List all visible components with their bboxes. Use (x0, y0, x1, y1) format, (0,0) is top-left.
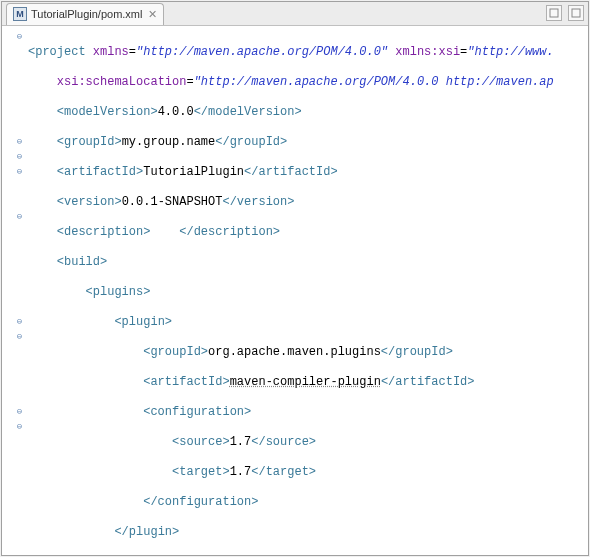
tab-bar: M TutorialPlugin/pom.xml ✕ (2, 2, 588, 26)
fold-icon[interactable]: ⊖ (15, 168, 24, 177)
tab-bar-controls (546, 5, 584, 21)
fold-icon[interactable]: ⊖ (15, 33, 24, 42)
fold-icon[interactable]: ⊖ (15, 333, 24, 342)
minimize-button[interactable] (546, 5, 562, 21)
fold-icon[interactable]: ⊖ (15, 318, 24, 327)
tab-label: TutorialPlugin/pom.xml (31, 8, 142, 20)
close-icon[interactable]: ✕ (148, 8, 157, 21)
gutter: ⊖ ⊖ ⊖ ⊖ ⊖ ⊖ ⊖ ⊖ ⊖ (2, 26, 28, 555)
code-area[interactable]: ⊖ ⊖ ⊖ ⊖ ⊖ ⊖ ⊖ ⊖ ⊖ (2, 26, 588, 555)
editor-tab[interactable]: M TutorialPlugin/pom.xml ✕ (6, 3, 164, 25)
svg-rect-0 (550, 9, 558, 17)
fold-icon[interactable]: ⊖ (15, 423, 24, 432)
maximize-button[interactable] (568, 5, 584, 21)
editor-pane: M TutorialPlugin/pom.xml ✕ ⊖ ⊖ ⊖ ⊖ (1, 1, 589, 556)
fold-icon[interactable]: ⊖ (15, 153, 24, 162)
fold-icon[interactable]: ⊖ (15, 213, 24, 222)
fold-icon[interactable]: ⊖ (15, 408, 24, 417)
fold-icon[interactable]: ⊖ (15, 138, 24, 147)
svg-rect-1 (572, 9, 580, 17)
maven-file-icon: M (13, 7, 27, 21)
xml-source[interactable]: <project xmlns="http://maven.apache.org/… (28, 26, 588, 555)
